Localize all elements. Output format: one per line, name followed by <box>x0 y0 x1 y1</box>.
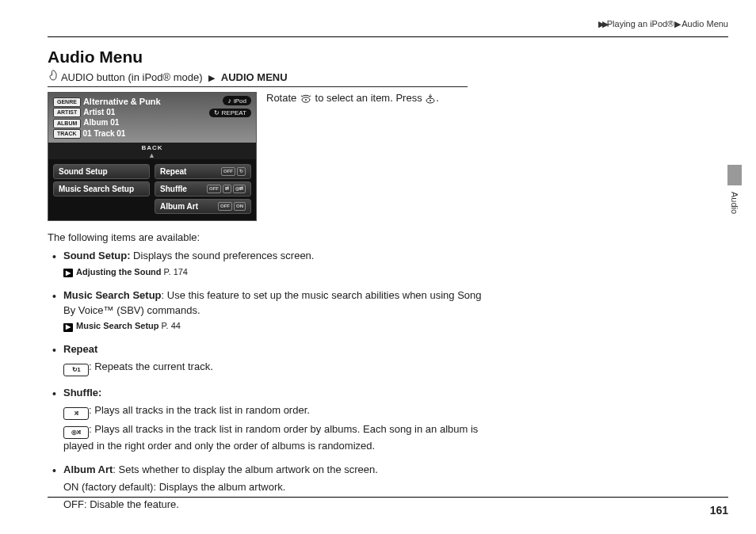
item-music-search-setup: Music Search Setup: Use this feature to … <box>48 288 491 334</box>
item-repeat: Repeat ↻1: Repeats the current track. <box>48 342 491 376</box>
breadcrumb: ▶▶Playing an iPod®▶Audio Menu <box>598 19 728 29</box>
shot-shuffle: ShuffleOFF⇄◎⇄ <box>155 181 251 196</box>
shot-album-art: Album ArtOFFON <box>155 199 251 214</box>
item-album-art: Album Art: Sets whether to display the a… <box>48 463 491 513</box>
svg-point-3 <box>430 100 431 101</box>
page-title: Audio Menu <box>48 48 708 67</box>
repeat-badge: ↻REPEAT <box>209 109 251 117</box>
xref-icon: ▶ <box>63 269 73 277</box>
press-dial-icon <box>425 93 436 104</box>
svg-point-1 <box>305 99 307 101</box>
screenshot-audio-menu: GENREAlternative & Punk ARTISTArtist 01 … <box>48 92 257 221</box>
xref-icon: ▶ <box>63 323 73 332</box>
operation-line: AUDIO button (in iPod® mode) ▶ AUDIO MEN… <box>48 70 468 87</box>
shuffle-icon: ⤨ <box>63 407 89 420</box>
shot-music-search-setup: Music Search Setup <box>53 181 150 196</box>
shot-sound-setup: Sound Setup <box>53 164 150 179</box>
item-shuffle: Shuffle: ⤨: Plays all tracks in the trac… <box>48 386 491 453</box>
instruction-text: Rotate to select an item. Press . <box>266 92 439 104</box>
ipod-badge: ♪iPod <box>223 96 251 105</box>
item-sound-setup: Sound Setup: Displays the sound preferen… <box>48 249 491 279</box>
shot-repeat: RepeatOFF↻ <box>155 164 251 179</box>
shuffle-album-icon: ◎⤨ <box>63 426 89 439</box>
intro-text: The following items are available: <box>48 231 491 246</box>
side-tab: Audio <box>727 165 742 214</box>
rotate-dial-icon <box>300 93 312 104</box>
repeat-one-icon: ↻1 <box>63 364 89 376</box>
page-number: 161 <box>710 504 728 517</box>
finger-icon <box>48 70 59 83</box>
